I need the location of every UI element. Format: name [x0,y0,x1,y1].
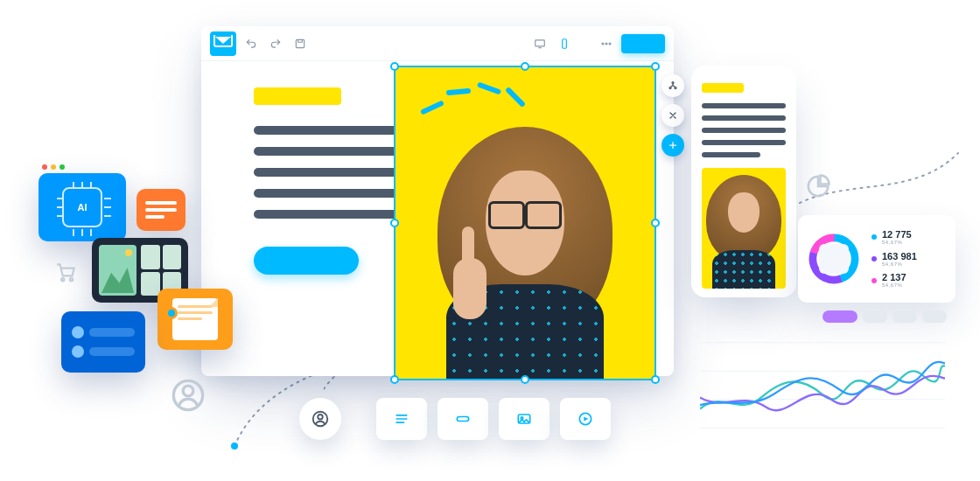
button-element-button[interactable] [438,398,488,440]
desktop-view-icon[interactable] [530,34,550,53]
app-logo-icon [210,31,236,56]
structure-icon[interactable] [662,74,684,97]
stat-color-dot [872,234,877,240]
text-line-placeholder [702,103,786,108]
mobile-preview-image [702,168,786,289]
avatar-outline-icon [171,378,206,413]
chat-block-tile[interactable] [61,311,145,373]
mobile-view-icon[interactable] [555,34,574,53]
filter-chip[interactable] [892,310,917,323]
text-line-placeholder [702,128,786,133]
svg-point-12 [173,380,202,409]
primary-action-button[interactable] [621,34,665,53]
svg-point-11 [70,278,73,281]
selection-action-rail [662,74,684,157]
filter-chip[interactable] [922,310,947,323]
editor-toolbar [201,26,674,61]
video-element-button[interactable] [560,398,611,440]
document-block-tile[interactable] [158,289,233,350]
redo-icon[interactable] [266,34,285,53]
stat-row: 2 13754,67% [872,272,947,289]
thumbnail-icon [99,245,136,296]
filter-chip[interactable] [863,310,887,323]
document-icon [172,298,218,340]
text-line-placeholder [702,152,760,157]
stat-color-dot [872,278,877,283]
filter-chip[interactable] [822,310,858,323]
heading-placeholder [702,83,744,93]
svg-point-13 [183,386,193,396]
text-line-placeholder [702,115,786,121]
text-line-placeholder [702,140,786,145]
stat-color-dot [872,256,877,261]
ai-feature-tile[interactable]: AI [38,173,126,241]
element-toolbar [376,398,611,440]
svg-point-10 [61,278,64,281]
svg-rect-2 [536,39,545,45]
close-icon[interactable] [662,104,684,127]
svg-point-15 [318,415,323,420]
text-element-button[interactable] [376,398,427,440]
svg-point-6 [609,43,611,45]
svg-rect-3 [563,38,567,48]
trend-line-chart [700,324,945,437]
stats-list: 12 77554,67% 163 98154,67% 2 13754,67% [872,229,947,289]
canvas-selected-image[interactable] [394,66,656,380]
ai-chip-icon: AI [62,187,102,227]
undo-icon[interactable] [242,34,261,53]
stat-row: 12 77554,67% [872,229,947,246]
portrait-illustration [394,66,656,380]
text-block-tile[interactable] [136,189,186,231]
heading-placeholder [254,87,341,105]
stat-row: 163 98154,67% [872,251,947,268]
svg-point-4 [602,43,604,45]
image-element-button[interactable] [499,398,550,440]
cart-icon [54,261,77,287]
mobile-preview-device [691,66,796,297]
pie-chart-outline-icon [805,173,831,203]
svg-rect-16 [457,417,468,422]
profile-button[interactable] [299,398,341,440]
donut-chart [807,232,861,286]
window-traffic-lights-icon [42,164,65,170]
cta-button-placeholder[interactable] [254,247,359,275]
svg-point-5 [606,43,607,45]
svg-rect-1 [296,39,304,47]
svg-point-0 [231,443,238,450]
save-icon[interactable] [290,34,310,53]
stats-donut-panel: 12 77554,67% 163 98154,67% 2 13754,67% [798,215,956,303]
more-menu-icon[interactable] [597,34,616,53]
add-block-icon[interactable] [662,134,684,157]
chart-filter-chips [822,310,947,323]
